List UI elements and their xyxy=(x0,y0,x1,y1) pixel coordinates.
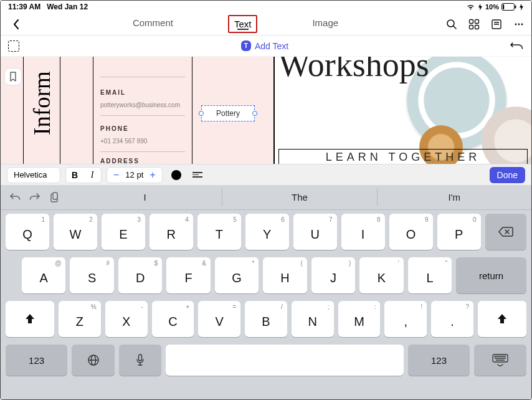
text-selection-box[interactable]: Pottery xyxy=(201,105,255,121)
tab-text[interactable]: Text xyxy=(228,15,258,33)
page-left[interactable]: Inform EMAIL potteryworks@business.com P… xyxy=(1,57,273,164)
battery-pct: 10% xyxy=(485,3,499,11)
tab-comment[interactable]: Comment xyxy=(128,15,178,33)
key-a[interactable]: @A xyxy=(22,257,65,293)
kbd-undo-icon[interactable] xyxy=(9,192,21,203)
svg-rect-7 xyxy=(470,25,473,29)
key-numbers[interactable]: 123 xyxy=(6,345,67,376)
svg-rect-5 xyxy=(470,19,473,23)
keyboard: I The I'm 1Q2W3E4R5T6Y7U8I9O0P @A#S$D&F*… xyxy=(1,185,531,400)
key-shift-left[interactable] xyxy=(6,301,54,337)
key-x[interactable]: -X xyxy=(105,301,148,337)
key-h[interactable]: (H xyxy=(263,257,306,293)
suggestion-2[interactable]: The xyxy=(222,188,376,206)
italic-button[interactable]: I xyxy=(83,170,101,180)
bold-button[interactable]: B xyxy=(66,170,83,180)
done-button[interactable]: Done xyxy=(490,167,525,183)
wifi-icon xyxy=(466,4,475,11)
svg-point-3 xyxy=(447,20,454,27)
subtitle: LEARN TOGETHER xyxy=(278,149,528,164)
key-d[interactable]: $D xyxy=(118,257,162,293)
contact-divider xyxy=(100,77,185,77)
key-period[interactable]: ?. xyxy=(431,301,473,337)
svg-rect-6 xyxy=(475,19,479,23)
tab-image[interactable]: Image xyxy=(307,15,343,33)
key-comma[interactable]: !, xyxy=(384,301,427,337)
key-return[interactable]: return xyxy=(456,257,526,293)
key-numbers-right[interactable]: 123 xyxy=(408,345,470,376)
key-k[interactable]: 'K xyxy=(359,257,403,293)
key-i[interactable]: 8I xyxy=(341,214,385,250)
suggestion-1[interactable]: I xyxy=(68,188,222,206)
key-space[interactable] xyxy=(166,345,403,376)
key-r[interactable]: 4R xyxy=(150,214,193,250)
size-decrease-button[interactable]: − xyxy=(111,169,121,181)
status-date: Wed Jan 12 xyxy=(47,2,88,11)
key-v[interactable]: =V xyxy=(198,301,240,337)
page-right[interactable]: Pottery Workshops LEARN TOGETHER xyxy=(273,57,531,164)
key-y[interactable]: 6Y xyxy=(245,214,289,250)
align-button[interactable] xyxy=(190,172,205,178)
inform-heading: Inform xyxy=(29,71,55,135)
key-row-1: 1Q2W3E4R5T6Y7U8I9O0P xyxy=(1,210,531,254)
addtext-toolbar: T Add Text xyxy=(1,36,531,57)
battery-icon xyxy=(501,3,516,11)
kbd-clipboard-icon[interactable] xyxy=(49,192,59,203)
key-globe[interactable] xyxy=(72,345,115,376)
key-s[interactable]: #S xyxy=(70,257,113,293)
key-o[interactable]: 9O xyxy=(389,214,433,250)
size-increase-button[interactable]: + xyxy=(147,169,158,181)
svg-rect-16 xyxy=(53,193,57,199)
key-row-3: %Z-X+C=V/B;N:M!,?. xyxy=(1,297,531,341)
suggestion-3[interactable]: I'm xyxy=(377,188,531,206)
title-line2: Workshops xyxy=(278,57,531,82)
panel-icon[interactable] xyxy=(490,18,503,31)
contact-box xyxy=(93,57,192,164)
kbd-redo-icon[interactable] xyxy=(29,192,40,203)
key-w[interactable]: 2W xyxy=(54,214,97,250)
selection-handle-right[interactable] xyxy=(252,111,257,116)
more-icon[interactable] xyxy=(513,18,525,31)
key-q[interactable]: 1Q xyxy=(6,214,49,250)
contact-divider xyxy=(100,151,185,152)
back-button[interactable] xyxy=(7,19,26,30)
svg-point-13 xyxy=(518,23,520,25)
key-p[interactable]: 0P xyxy=(437,214,481,250)
status-time: 11:39 AM xyxy=(8,2,40,11)
address-heading: ADDRESS xyxy=(100,158,140,164)
grid-icon[interactable] xyxy=(468,18,480,31)
key-l[interactable]: "L xyxy=(408,257,452,293)
key-g[interactable]: *G xyxy=(215,257,259,293)
undo-button[interactable] xyxy=(510,40,524,52)
key-j[interactable]: )J xyxy=(311,257,355,293)
key-row-4: 123 123 xyxy=(1,341,531,379)
svg-point-14 xyxy=(521,23,523,25)
key-n[interactable]: ;N xyxy=(292,301,334,337)
search-icon[interactable] xyxy=(445,18,458,31)
top-toolbar: Comment Text Image xyxy=(1,13,531,36)
key-backspace[interactable] xyxy=(485,214,526,250)
text-color-button[interactable] xyxy=(171,170,181,180)
email-heading: EMAIL xyxy=(100,89,126,96)
document-canvas[interactable]: Inform EMAIL potteryworks@business.com P… xyxy=(1,57,531,164)
svg-line-17 xyxy=(505,230,509,234)
key-u[interactable]: 7U xyxy=(293,214,337,250)
bookmark-icon[interactable] xyxy=(4,68,22,85)
svg-point-12 xyxy=(515,23,517,25)
key-shift-right[interactable] xyxy=(478,301,526,337)
key-z[interactable]: %Z xyxy=(59,301,101,337)
key-hide-keyboard[interactable] xyxy=(474,345,526,376)
selection-icon[interactable] xyxy=(8,40,19,52)
key-e[interactable]: 3E xyxy=(102,214,145,250)
key-b[interactable]: /B xyxy=(245,301,287,337)
key-c[interactable]: +C xyxy=(152,301,194,337)
key-m[interactable]: :M xyxy=(338,301,381,337)
phone-value: +01 234 567 890 xyxy=(100,138,147,145)
key-mic[interactable] xyxy=(119,345,162,376)
font-family-select[interactable]: Helvetica xyxy=(7,167,60,183)
svg-rect-23 xyxy=(493,355,508,362)
add-text-button[interactable]: T Add Text xyxy=(241,40,288,51)
key-t[interactable]: 5T xyxy=(197,214,241,250)
key-f[interactable]: &F xyxy=(166,257,210,293)
selection-handle-left[interactable] xyxy=(199,111,204,116)
